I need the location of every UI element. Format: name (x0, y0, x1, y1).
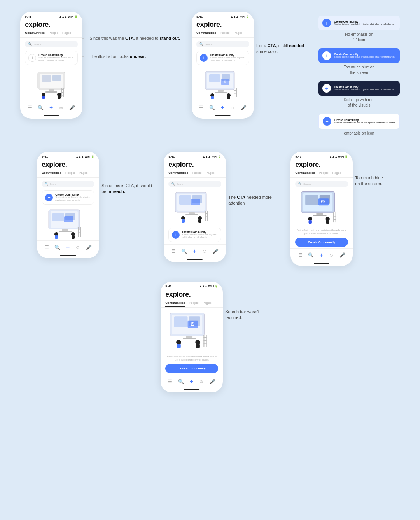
phone-tabs-1: Communities People Pages (20, 31, 82, 38)
cta-opt-icon-3: + (322, 84, 331, 93)
svg-rect-52 (189, 212, 195, 214)
nav-home-2[interactable]: ☰ (199, 105, 203, 110)
nav-plus-icon-1[interactable]: + (49, 104, 53, 111)
bottom-nav-1: ☰ 🔍 + ☺ 🎤 (20, 101, 82, 115)
option-label-4: emphasis on icon (318, 131, 400, 136)
search-bar-2c[interactable]: 🔍 Search (295, 181, 348, 187)
cta-option-4: + Create Community Start an internet bas… (318, 114, 400, 136)
phone-2: 9:41 ▲▲▲ WiFi 🔋 explore. Communities Peo… (192, 12, 254, 119)
svg-rect-92 (206, 335, 207, 347)
svg-rect-36 (62, 229, 68, 231)
search-bar-2a[interactable]: 🔍 Search (42, 181, 94, 187)
svg-point-8 (57, 93, 61, 96)
svg-rect-68 (317, 213, 323, 215)
option-label-1: No emphasis on'+' icon (318, 32, 400, 43)
svg-rect-19 (218, 90, 224, 92)
cta-icon-blue-2: + (200, 54, 208, 62)
svg-rect-94 (203, 340, 206, 341)
annotation-2b: The CTA needed more attention (228, 152, 279, 207)
status-bar-1: 9:41 ▲▲▲ WiFi 🔋 (20, 12, 82, 20)
tab-communities-2[interactable]: Communities (196, 31, 216, 37)
nav-mic-icon-1[interactable]: 🎤 (69, 105, 75, 110)
bottom-nav-2a: ☰ 🔍 + ☺ 🎤 (37, 240, 99, 255)
nav-emoji-2[interactable]: ☺ (230, 105, 235, 110)
cta-opt-icon-1: + (322, 19, 331, 27)
search-icon-1: 🔍 (28, 42, 32, 46)
home-indicator-2 (215, 115, 231, 116)
tab-pages-1[interactable]: Pages (62, 31, 71, 37)
cta-button-2c[interactable]: Create Community (295, 238, 348, 247)
nav-emoji-icon-1[interactable]: ☺ (59, 105, 63, 110)
cta-title-1: Create Community (38, 54, 74, 56)
option-label-2: Too much blue onthe screen (318, 65, 400, 75)
svg-text:🖼: 🖼 (191, 322, 194, 326)
cta-card-2a[interactable]: + Create Community Start an internet bas… (42, 190, 94, 205)
illustration-svg-1 (25, 68, 78, 99)
app-title-1: explore. (20, 20, 82, 31)
svg-rect-4 (49, 89, 54, 91)
svg-rect-69 (313, 215, 327, 216)
empty-text-2c: Be the first one to start an interest ba… (295, 229, 348, 235)
cta-card-2[interactable]: + Create Community Start an internet bas… (196, 51, 249, 65)
svg-rect-63 (191, 199, 200, 205)
nav-plus-2[interactable]: + (221, 104, 224, 111)
cta-card-1[interactable]: + Create Community Start an internet bas… (25, 51, 78, 65)
svg-rect-7 (42, 96, 45, 99)
nav-search-2[interactable]: 🔍 (209, 105, 215, 110)
phone2a-section: 9:41 ▲▲▲ WiFi 🔋 explore. Communities Peo… (37, 152, 152, 258)
svg-rect-20 (215, 92, 227, 93)
status-icons-2: ▲▲▲ WiFi 🔋 (231, 15, 249, 18)
bottom-nav-2b: ☰ 🔍 + ☺ 🎤 (164, 244, 226, 259)
search-bar-1[interactable]: 🔍 Search (25, 41, 78, 47)
svg-rect-17 (209, 74, 220, 82)
svg-rect-29 (234, 96, 237, 96)
svg-rect-76 (333, 214, 336, 214)
cta-icon-2a: + (45, 194, 53, 201)
svg-rect-44 (78, 229, 81, 230)
status-time-2: 9:41 (196, 15, 203, 18)
svg-text:🖼: 🖼 (321, 200, 325, 204)
phone-2b: 9:41 ▲▲▲ WiFi 🔋 explore. Communities Peo… (164, 152, 226, 262)
svg-rect-57 (198, 219, 201, 223)
cta-text-1: Create Community Start an internet based… (38, 54, 74, 62)
svg-rect-27 (234, 90, 237, 91)
svg-rect-66 (305, 195, 318, 205)
svg-rect-95 (203, 343, 206, 344)
search-placeholder-2: Search (205, 43, 212, 46)
tab-pages-2[interactable]: Pages (234, 31, 243, 37)
annotation-phone2: For a CTA, it still needed some color. (256, 12, 307, 55)
nav-search-icon-1[interactable]: 🔍 (38, 105, 44, 110)
phone-tabs-2: Communities People Pages (192, 31, 254, 38)
search-bar-2[interactable]: 🔍 Search (196, 41, 249, 47)
search-bar-2b[interactable]: 🔍 Search (168, 181, 221, 187)
status-time: 9:41 (25, 15, 31, 18)
phone-2c: 9:41 ▲▲▲ WiFi 🔋 explore. Communities Peo… (290, 152, 353, 266)
svg-rect-2 (42, 75, 51, 82)
svg-rect-9 (58, 96, 61, 99)
annotation-cta-standout: Since this was the CTA, it needed to sta… (85, 35, 180, 42)
phone2-section: 9:41 ▲▲▲ WiFi 🔋 explore. Communities Peo… (192, 12, 307, 119)
annotation-3: Search bar wasn'trequired. (225, 282, 259, 321)
tab-people-1[interactable]: People (49, 31, 58, 37)
nav-mic-2[interactable]: 🎤 (241, 105, 247, 110)
cta-options-panel: + Create Community Start an internet bas… (318, 12, 400, 136)
cta-opt-text-2: Create Community Start an internet based… (334, 53, 395, 58)
svg-rect-61 (205, 216, 208, 217)
nav-home-icon-1[interactable]: ☰ (28, 105, 32, 110)
svg-rect-13 (61, 92, 64, 93)
tab-communities-1[interactable]: Communities (25, 31, 45, 37)
svg-rect-85 (186, 336, 192, 338)
svg-rect-55 (182, 219, 185, 223)
cta-button-3[interactable]: Create Community (165, 364, 218, 373)
tab-people-2[interactable]: People (220, 31, 230, 37)
cta-opt-icon-2: + (322, 51, 331, 60)
svg-rect-47 (64, 216, 74, 222)
cta-desc-2: Start an internet based club or just a p… (210, 56, 246, 62)
cta-card-2b[interactable]: + Create Community Start an internet bas… (168, 228, 221, 242)
svg-rect-86 (183, 338, 196, 339)
illustration-2a (42, 208, 94, 239)
cta-title-2: Create Community (210, 54, 246, 56)
illustration-2c: 🖼 (295, 190, 348, 227)
bottom-nav-2: ☰ 🔍 + ☺ 🎤 (192, 101, 254, 115)
cta-desc-1: Start an internet based club or just a p… (38, 56, 74, 62)
